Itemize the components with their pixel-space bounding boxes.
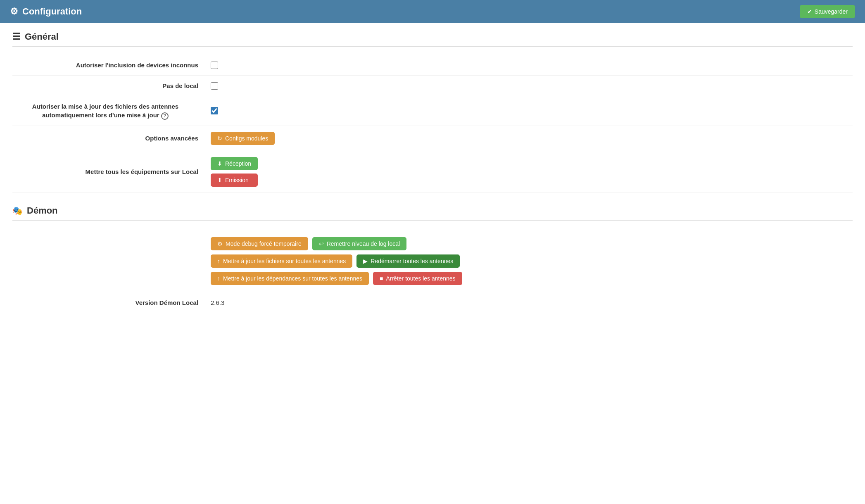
page-title: Configuration: [22, 6, 82, 17]
restart-all-icon: ▶: [363, 258, 368, 264]
demon-buttons-area: ⚙ Mode debug forcé temporaire ↩ Remettre…: [12, 229, 853, 293]
reception-button[interactable]: ⬇ Réception: [211, 157, 258, 170]
gear-icon: ⚙: [10, 6, 18, 17]
allow-unknown-devices-control: [211, 62, 218, 69]
stop-all-button[interactable]: ■ Arrêter toutes les antennes: [373, 272, 462, 285]
general-title-text: Général: [25, 31, 59, 42]
stop-all-label: Arrêter toutes les antennes: [386, 275, 455, 282]
update-files-icon: ↑: [217, 258, 220, 264]
advanced-options-label: Options avancées: [12, 134, 211, 143]
update-files-button[interactable]: ↑ Mettre à jour les fichiers sur toutes …: [211, 254, 352, 268]
demon-section-title: 🎭 Démon: [12, 205, 853, 221]
update-deps-button[interactable]: ↑ Mettre à jour les dépendances sur tout…: [211, 272, 369, 285]
no-local-checkbox[interactable]: [211, 82, 218, 90]
demon-row-3: ↑ Mettre à jour les dépendances sur tout…: [211, 272, 853, 285]
debug-mode-button[interactable]: ⚙ Mode debug forcé temporaire: [211, 237, 308, 250]
auto-update-label: Autoriser la mise à jour des fichiers de…: [12, 102, 211, 120]
header: ⚙ Configuration ✔ Sauvegarder: [0, 0, 865, 23]
allow-unknown-devices-checkbox[interactable]: [211, 62, 218, 69]
set-local-label: Mettre tous les équipements sur Local: [12, 167, 211, 176]
demon-row-2: ↑ Mettre à jour les fichiers sur toutes …: [211, 254, 853, 268]
general-section-title: ☰ Général: [12, 31, 853, 47]
emission-label: Emission: [225, 177, 249, 183]
restart-all-button[interactable]: ▶ Redémarrer toutes les antennes: [356, 254, 460, 268]
advanced-options-row: Options avancées ↻ Configs modules: [12, 126, 853, 151]
demon-row-1: ⚙ Mode debug forcé temporaire ↩ Remettre…: [211, 237, 853, 250]
content: ☰ Général Autoriser l'inclusion de devic…: [0, 23, 865, 504]
save-check-icon: ✔: [807, 8, 812, 15]
reset-log-icon: ↩: [319, 240, 324, 247]
reception-icon: ⬇: [217, 160, 222, 167]
auto-update-checkbox[interactable]: [211, 107, 218, 114]
advanced-options-control: ↻ Configs modules: [211, 132, 275, 145]
auto-update-row: Autoriser la mise à jour des fichiers de…: [12, 96, 853, 126]
demon-icon: 🎭: [12, 206, 23, 216]
demon-title-text: Démon: [27, 205, 58, 216]
debug-mode-icon: ⚙: [217, 240, 223, 247]
update-files-label: Mettre à jour les fichiers sur toutes le…: [223, 258, 346, 264]
allow-unknown-devices-row: Autoriser l'inclusion de devices inconnu…: [12, 55, 853, 76]
save-button[interactable]: ✔ Sauvegarder: [800, 5, 855, 18]
version-row: Version Démon Local 2.6.3: [12, 293, 853, 312]
update-deps-icon: ↑: [217, 275, 220, 282]
no-local-label: Pas de local: [12, 81, 211, 90]
no-local-control: [211, 82, 218, 90]
debug-mode-label: Mode debug forcé temporaire: [226, 240, 302, 247]
help-icon[interactable]: ?: [161, 112, 169, 120]
reset-log-label: Remettre niveau de log local: [327, 240, 400, 247]
restart-all-label: Redémarrer toutes les antennes: [371, 258, 453, 264]
emission-button[interactable]: ⬆ Emission: [211, 174, 258, 187]
local-buttons-group: ⬇ Réception ⬆ Emission: [211, 157, 258, 187]
configs-modules-icon: ↻: [217, 135, 222, 142]
version-value: 2.6.3: [211, 299, 224, 306]
set-local-row: Mettre tous les équipements sur Local ⬇ …: [12, 151, 853, 193]
reception-label: Réception: [225, 160, 251, 167]
stop-all-icon: ■: [380, 275, 383, 282]
no-local-row: Pas de local: [12, 76, 853, 96]
emission-icon: ⬆: [217, 177, 222, 183]
header-title: ⚙ Configuration: [10, 6, 82, 17]
configs-modules-label: Configs modules: [225, 135, 268, 142]
allow-unknown-devices-label: Autoriser l'inclusion de devices inconnu…: [12, 61, 211, 69]
list-icon: ☰: [12, 31, 21, 42]
auto-update-control: [211, 107, 218, 114]
save-button-label: Sauvegarder: [815, 8, 848, 15]
reset-log-button[interactable]: ↩ Remettre niveau de log local: [312, 237, 406, 250]
set-local-control: ⬇ Réception ⬆ Emission: [211, 157, 258, 187]
configs-modules-button[interactable]: ↻ Configs modules: [211, 132, 275, 145]
update-deps-label: Mettre à jour les dépendances sur toutes…: [223, 275, 362, 282]
version-label: Version Démon Local: [12, 299, 211, 306]
